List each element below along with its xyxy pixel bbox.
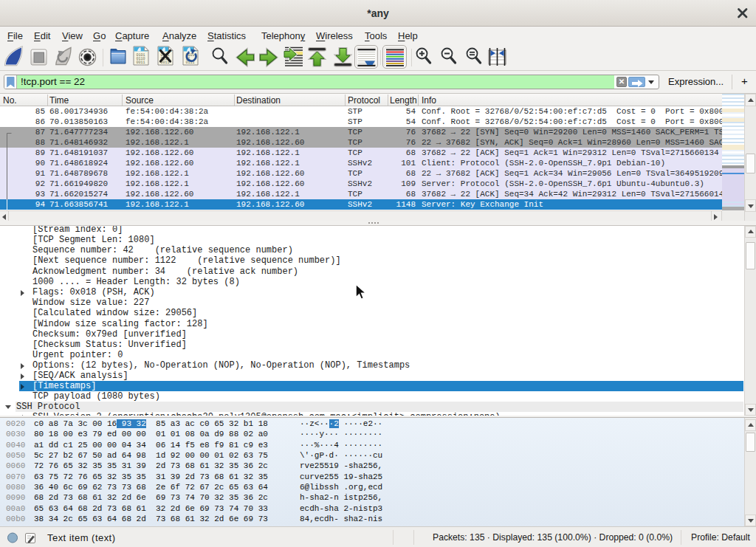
svg-text:0011: 0011 xyxy=(137,61,145,65)
